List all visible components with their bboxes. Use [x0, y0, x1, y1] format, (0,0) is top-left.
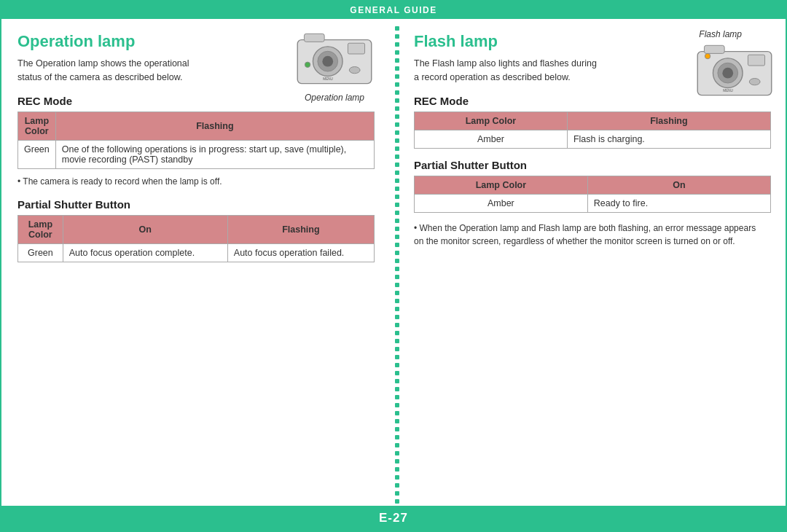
divider-dot	[395, 331, 399, 335]
divider-dot	[395, 42, 399, 47]
right-ps-header-lamp: Lamp Color	[415, 176, 588, 194]
center-divider	[389, 19, 405, 506]
svg-point-8	[305, 62, 310, 67]
flash-lamp-camera-image: MENU	[691, 41, 778, 99]
table-row: Amber Flash is charging.	[415, 130, 771, 148]
footer-bar: E-27	[1, 506, 786, 531]
left-intro-text: The Operation lamp shows the operational…	[17, 57, 207, 85]
right-partial-shutter-title: Partial Shutter Button	[414, 159, 771, 171]
divider-dot	[395, 171, 399, 175]
divider-dot	[395, 451, 399, 455]
divider-dot	[395, 403, 399, 407]
left-partial-shutter-title: Partial Shutter Button	[17, 198, 375, 211]
divider-dot	[395, 251, 399, 255]
right-ps-row1-color: Amber	[415, 194, 588, 212]
divider-dot	[395, 154, 399, 159]
flash-lamp-label: Flash lamp	[699, 29, 742, 39]
main-content: Operation lamp MENU	[1, 19, 786, 506]
divider-dot	[395, 499, 399, 504]
divider-dot	[395, 82, 399, 87]
divider-dot	[395, 491, 399, 496]
divider-dot	[395, 315, 399, 319]
right-rec-row1-color: Amber	[415, 130, 568, 148]
left-bullet-note: • The camera is ready to record when the…	[17, 175, 375, 188]
divider-dot	[395, 50, 399, 55]
divider-dot	[395, 219, 399, 223]
divider-dot	[395, 435, 399, 439]
left-ps-header-on: On	[63, 215, 227, 243]
divider-dot	[395, 291, 399, 295]
divider-dot	[395, 411, 399, 415]
divider-dot	[395, 339, 399, 343]
svg-rect-4	[304, 34, 324, 42]
svg-point-14	[705, 53, 710, 58]
footer-label: E-27	[379, 511, 408, 525]
right-panel: Flash lamp Flash lamp	[405, 19, 786, 506]
svg-point-12	[722, 68, 733, 79]
right-camera-container: MENU	[691, 41, 778, 101]
left-rec-row1-color: Green	[18, 140, 56, 168]
left-ps-row1-on: Auto focus operation complete.	[63, 243, 227, 262]
divider-dot	[395, 106, 399, 111]
divider-dot	[395, 130, 399, 135]
divider-dot	[395, 427, 399, 431]
divider-dot	[395, 74, 399, 79]
right-rec-header-flashing: Flashing	[567, 112, 770, 130]
table-row: Green Auto focus operation complete. Aut…	[18, 243, 375, 262]
divider-dot	[395, 187, 399, 191]
divider-dot	[395, 163, 399, 167]
left-camera-caption: Operation lamp	[287, 93, 382, 103]
left-partial-shutter-table: Lamp Color On Flashing Green Auto focus …	[17, 215, 375, 262]
divider-dot	[395, 211, 399, 215]
right-rec-mode-table: Lamp Color Flashing Amber Flash is charg…	[414, 112, 771, 149]
right-rec-header-lamp: Lamp Color	[415, 112, 568, 130]
divider-dot	[395, 122, 399, 127]
right-ps-header-on: On	[587, 176, 770, 194]
divider-dot	[395, 98, 399, 103]
svg-point-3	[322, 56, 333, 67]
divider-dot	[395, 299, 399, 303]
left-rec-row1-flashing: One of the following operations is in pr…	[55, 140, 374, 168]
left-ps-row1-color: Green	[18, 243, 63, 262]
divider-dot	[395, 283, 399, 287]
divider-dot	[395, 235, 399, 239]
divider-dot	[395, 467, 399, 472]
divider-dot	[395, 195, 399, 199]
divider-dot	[395, 66, 399, 71]
divider-dot	[395, 275, 399, 279]
divider-dot	[395, 323, 399, 327]
operation-lamp-camera-image: MENU	[291, 29, 378, 87]
left-rec-mode-table: Lamp Color Flashing Green One of the fol…	[17, 112, 375, 169]
divider-dot	[395, 90, 399, 95]
svg-text:MENU: MENU	[323, 77, 333, 81]
left-panel: Operation lamp MENU	[1, 19, 389, 506]
divider-dot	[395, 443, 399, 447]
divider-dot	[395, 203, 399, 207]
svg-point-17	[749, 79, 760, 85]
svg-rect-15	[748, 55, 764, 66]
svg-point-7	[349, 67, 360, 74]
left-rec-header-flashing: Flashing	[55, 112, 374, 140]
divider-dot	[395, 379, 399, 383]
header-bar: General Guide	[1, 1, 786, 19]
divider-dot	[395, 26, 399, 31]
right-bullet-note: • When the Operation lamp and Flash lamp…	[414, 222, 764, 248]
divider-dot	[395, 259, 399, 263]
divider-dot	[395, 146, 399, 151]
right-partial-shutter-table: Lamp Color On Amber Ready to fire.	[414, 176, 771, 213]
table-row: Green One of the following operations is…	[18, 140, 375, 168]
left-camera-container: MENU Operation lamp	[287, 29, 382, 103]
divider-dot	[395, 243, 399, 247]
svg-text:MENU: MENU	[723, 89, 733, 93]
svg-rect-13	[704, 45, 724, 53]
divider-dot	[395, 483, 399, 488]
divider-dot	[395, 34, 399, 39]
divider-dot	[395, 363, 399, 367]
divider-dot	[395, 179, 399, 183]
divider-dot	[395, 114, 399, 119]
left-ps-row1-flashing: Auto focus operation failed.	[227, 243, 374, 262]
divider-dot	[395, 355, 399, 359]
divider-dot	[395, 459, 399, 463]
right-intro-text: The Flash lamp also lights and flashes d…	[414, 57, 603, 85]
right-rec-row1-flashing: Flash is charging.	[567, 130, 770, 148]
